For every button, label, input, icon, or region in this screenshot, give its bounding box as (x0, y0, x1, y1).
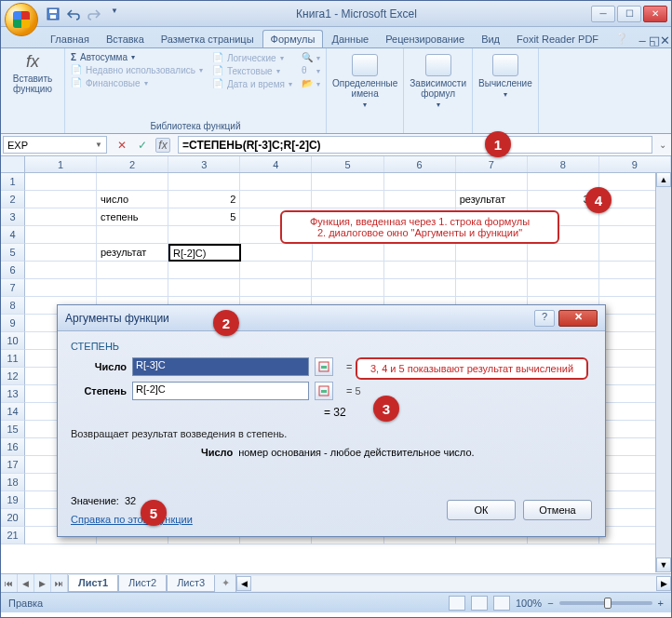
horizontal-scrollbar[interactable]: ◀ ▶ (235, 574, 671, 592)
calculation-button[interactable]: Вычисление ▾ (478, 54, 532, 99)
zoom-in-icon[interactable]: + (658, 598, 664, 609)
row-header[interactable]: 17 (1, 456, 25, 474)
cell[interactable] (528, 244, 599, 262)
page-layout-view-icon[interactable] (471, 596, 488, 611)
ribbon-tab[interactable]: Рецензирование (377, 30, 473, 47)
mdi-close-icon[interactable]: ✕ (660, 34, 671, 47)
ribbon-tab[interactable]: Вставка (98, 30, 153, 47)
dialog-help-button[interactable]: ? (534, 310, 555, 327)
cell[interactable] (384, 173, 456, 191)
cell[interactable] (25, 262, 97, 279)
sheet-nav-last-icon[interactable]: ⏭ (51, 574, 68, 592)
hscroll-right-icon[interactable]: ▶ (656, 576, 671, 591)
column-header[interactable]: 8 (528, 156, 599, 172)
row-header[interactable]: 14 (1, 403, 25, 421)
qat-dropdown-icon[interactable]: ▼ (107, 7, 122, 21)
select-all-corner[interactable] (1, 156, 25, 172)
cell[interactable] (25, 191, 97, 208)
page-break-view-icon[interactable] (493, 596, 510, 611)
maximize-button[interactable]: ☐ (617, 6, 641, 22)
ribbon-tab[interactable]: Разметка страницы (153, 30, 262, 47)
hscroll-left-icon[interactable]: ◀ (236, 576, 251, 591)
cell[interactable] (97, 262, 168, 279)
vertical-scrollbar[interactable]: ▲ ▼ (655, 172, 671, 572)
insert-function-button[interactable]: fx Вставить функцию (7, 52, 59, 94)
collapse-dialog-icon[interactable] (315, 357, 333, 376)
formula-auditing-button[interactable]: Зависимости формул ▾ (410, 54, 466, 109)
cell[interactable] (240, 173, 312, 191)
row-header[interactable]: 5 (1, 244, 25, 262)
cell[interactable] (313, 244, 384, 262)
row-header[interactable]: 7 (1, 279, 25, 297)
row-header[interactable]: 1 (1, 173, 25, 191)
cell[interactable] (528, 262, 599, 279)
defined-names-button[interactable]: Определенные имена ▾ (332, 54, 397, 109)
row-header[interactable]: 15 (1, 421, 25, 438)
cell[interactable] (384, 191, 456, 208)
column-header[interactable]: 1 (25, 156, 97, 172)
scroll-up-icon[interactable]: ▲ (656, 172, 671, 187)
row-header[interactable]: 18 (1, 474, 25, 491)
cell[interactable] (456, 279, 528, 297)
row-header[interactable]: 20 (1, 509, 25, 527)
sheet-tab[interactable]: Лист1 (68, 575, 118, 592)
cell[interactable]: степень (97, 208, 168, 226)
cell[interactable]: результат (456, 191, 528, 208)
expand-formula-bar-icon[interactable]: ⌄ (654, 134, 671, 155)
sheet-nav-first-icon[interactable]: ⏮ (1, 574, 18, 592)
cell[interactable] (312, 262, 383, 279)
cell[interactable] (97, 226, 168, 244)
cell[interactable] (168, 262, 240, 279)
cell[interactable] (240, 191, 312, 208)
row-header[interactable]: 16 (1, 438, 25, 456)
cell[interactable] (168, 173, 240, 191)
dialog-help-link[interactable]: Справка по этой функции (71, 514, 193, 525)
column-header[interactable]: 9 (599, 156, 671, 172)
cell[interactable] (25, 244, 97, 262)
column-header[interactable]: 2 (97, 156, 168, 172)
library-item[interactable]: Σ Автосумма ▾ (71, 52, 203, 62)
dialog-titlebar[interactable]: Аргументы функции ? ✕ (58, 305, 605, 331)
fx-button-icon[interactable]: fx (155, 138, 170, 153)
cell[interactable] (456, 244, 528, 262)
scroll-track[interactable] (656, 187, 671, 558)
scroll-down-icon[interactable]: ▼ (656, 558, 671, 572)
cell[interactable] (240, 279, 312, 297)
collapse-dialog-icon[interactable] (315, 382, 333, 400)
dialog-close-button[interactable]: ✕ (558, 310, 598, 327)
minimize-button[interactable]: ─ (591, 6, 615, 22)
row-header[interactable]: 3 (1, 208, 25, 226)
more-icon[interactable]: 📂▾ (302, 78, 320, 89)
ribbon-tab[interactable]: Формулы (262, 30, 324, 47)
cell[interactable]: 5 (168, 208, 240, 226)
cell[interactable] (97, 279, 168, 297)
enter-formula-icon[interactable]: ✓ (135, 138, 150, 153)
cell[interactable] (384, 244, 456, 262)
mdi-restore-icon[interactable]: ◱ (648, 34, 659, 47)
ribbon-tab[interactable]: Вид (473, 30, 508, 47)
dialog-arg-input[interactable]: R[-3]C (132, 357, 309, 376)
cell[interactable]: R[-2]C) (168, 244, 241, 262)
cell[interactable] (312, 191, 383, 208)
row-header[interactable]: 8 (1, 297, 25, 315)
close-button[interactable]: ✕ (643, 6, 667, 22)
cancel-formula-icon[interactable]: ✕ (114, 138, 129, 153)
lookup-icon[interactable]: 🔍▾ (302, 52, 320, 63)
math-icon[interactable]: θ▾ (302, 65, 320, 76)
cell[interactable] (168, 226, 240, 244)
row-header[interactable]: 11 (1, 350, 25, 368)
office-button[interactable] (5, 3, 38, 36)
sheet-tab[interactable]: Лист3 (167, 575, 215, 592)
cell[interactable] (97, 173, 168, 191)
column-header[interactable]: 4 (240, 156, 312, 172)
cell[interactable]: результат (97, 244, 168, 262)
row-header[interactable]: 10 (1, 332, 25, 350)
column-header[interactable]: 6 (384, 156, 456, 172)
ribbon-tab[interactable]: Foxit Reader PDF (508, 30, 607, 47)
row-header[interactable]: 19 (1, 491, 25, 509)
cell[interactable] (312, 173, 383, 191)
column-header[interactable]: 3 (168, 156, 240, 172)
redo-icon[interactable] (87, 7, 101, 21)
undo-icon[interactable] (66, 7, 81, 21)
name-box[interactable]: EXP ▼ (3, 136, 107, 154)
